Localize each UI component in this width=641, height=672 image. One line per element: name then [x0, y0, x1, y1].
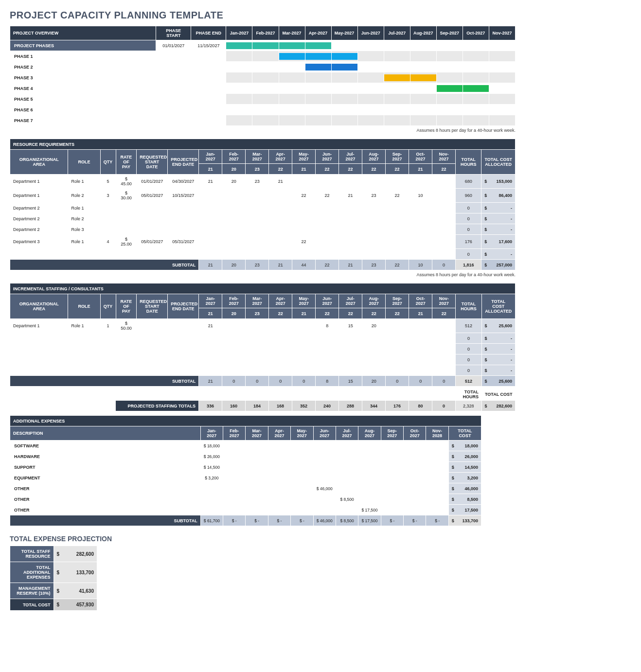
- month-header: Jul-2027: [339, 294, 362, 308]
- gantt-cell: [463, 83, 489, 94]
- gantt-cell: [436, 62, 463, 72]
- expense-month: [336, 451, 358, 462]
- month-cell: [199, 224, 222, 235]
- org-cell: Department 1: [10, 189, 68, 203]
- gantt-cell: [489, 62, 515, 72]
- proj-date-cell: [168, 319, 199, 333]
- month-cell: [362, 175, 386, 189]
- month-subheader: 23: [246, 308, 269, 319]
- month-header: Jan-2027: [200, 426, 223, 441]
- gantt-cell: [305, 40, 331, 51]
- month-cell: [409, 235, 432, 249]
- gantt-cell: [384, 40, 410, 51]
- month-cell: [409, 319, 432, 333]
- gantt-cell: [252, 62, 279, 72]
- projected-month: 288: [339, 401, 362, 411]
- month-cell: [199, 354, 222, 365]
- month-cell: 22: [316, 189, 339, 203]
- projection-label: TOTAL ADDITIONAL EXPENSES: [10, 562, 54, 583]
- subtotal-hours: 1,816: [456, 260, 481, 270]
- proj-date-cell: [168, 203, 199, 213]
- gantt-cell: [463, 105, 489, 115]
- rate-cell: [116, 203, 137, 213]
- expense-total: $3,200: [448, 473, 481, 483]
- month-cell: [199, 333, 222, 344]
- col-org: ORGANIZATIONAL AREA: [10, 294, 68, 319]
- month-subheader: 22: [386, 308, 409, 319]
- gantt-cell: [384, 94, 410, 105]
- total-hours-cell: 0: [456, 213, 481, 224]
- expense-month: [426, 451, 448, 462]
- expense-month: [246, 451, 268, 462]
- month-cell: [269, 249, 292, 260]
- projected-month: 0: [432, 401, 456, 411]
- expense-month: [404, 483, 426, 494]
- month-subheader: 23: [246, 164, 269, 175]
- rate-cell: [116, 344, 137, 354]
- month-header: Nov-2027: [489, 26, 515, 40]
- month-cell: [339, 354, 362, 365]
- total-hours-cell: 0: [456, 365, 481, 376]
- gantt-cell: [463, 51, 489, 62]
- subtotal-month: 20: [362, 376, 386, 387]
- subtotal-month: $ -: [404, 515, 426, 526]
- gantt-cell: [357, 94, 384, 105]
- col-proj: PROJECTED END DATE: [168, 150, 199, 175]
- month-cell: [246, 344, 269, 354]
- month-subheader: 22: [269, 164, 292, 175]
- projected-month: 240: [316, 401, 339, 411]
- expense-month: [246, 494, 268, 505]
- month-cell: [409, 224, 432, 235]
- subtotal-month: 22: [316, 260, 339, 270]
- expense-month: [358, 473, 381, 483]
- projection-table: TOTAL STAFF RESOURCE $282,600TOTAL ADDIT…: [10, 546, 97, 611]
- month-header: Aug-2027: [362, 294, 386, 308]
- month-cell: [386, 175, 409, 189]
- subtotal-label: SUBTOTAL: [10, 260, 199, 270]
- month-cell: [432, 175, 456, 189]
- total-cost-cell: $153,000: [481, 175, 516, 189]
- month-cell: [339, 175, 362, 189]
- expense-month: [358, 462, 381, 473]
- month-cell: [246, 213, 269, 224]
- req-date-cell: [137, 249, 168, 260]
- qty-cell: [100, 203, 116, 213]
- month-header: May-2027: [292, 150, 316, 164]
- role-cell: Role 1: [68, 203, 100, 213]
- projection-value: $133,700: [53, 562, 97, 583]
- month-cell: [339, 344, 362, 354]
- month-cell: [199, 365, 222, 376]
- assumption-note: Assumes 8 hours per day for a 40-hour wo…: [10, 128, 516, 133]
- total-hours-cell: 0: [456, 203, 481, 213]
- org-cell: [10, 249, 68, 260]
- phase-start-cell: [156, 72, 191, 83]
- month-cell: [292, 365, 316, 376]
- col-rate: RATE OF PAY: [116, 150, 137, 175]
- expense-month: [223, 505, 246, 515]
- month-cell: [199, 249, 222, 260]
- total-cost-header: TOTAL COST: [448, 426, 481, 441]
- subtotal-label: SUBTOTAL: [10, 376, 199, 387]
- month-cell: [386, 235, 409, 249]
- month-header: Nov-2027: [432, 294, 456, 308]
- expense-month: [381, 462, 403, 473]
- month-cell: [222, 189, 246, 203]
- rate-cell: $ 30.00: [116, 189, 137, 203]
- month-cell: [222, 333, 246, 344]
- month-subheader: 22: [339, 164, 362, 175]
- total-hours-cell: 960: [456, 189, 481, 203]
- page-title: PROJECT CAPACITY PLANNING TEMPLATE: [10, 10, 516, 21]
- role-cell: Role 2: [68, 189, 100, 203]
- month-subheader: 22: [432, 308, 456, 319]
- phase-end-cell: [191, 62, 226, 72]
- month-subheader: 22: [339, 308, 362, 319]
- month-cell: [316, 235, 339, 249]
- req-date-cell: [137, 203, 168, 213]
- gantt-cell: [489, 83, 515, 94]
- expense-month: $ 46,000: [313, 483, 336, 494]
- month-cell: 21: [339, 189, 362, 203]
- month-cell: [386, 319, 409, 333]
- month-cell: 20: [362, 319, 386, 333]
- expense-month: [381, 494, 403, 505]
- month-subheader: 20: [222, 308, 246, 319]
